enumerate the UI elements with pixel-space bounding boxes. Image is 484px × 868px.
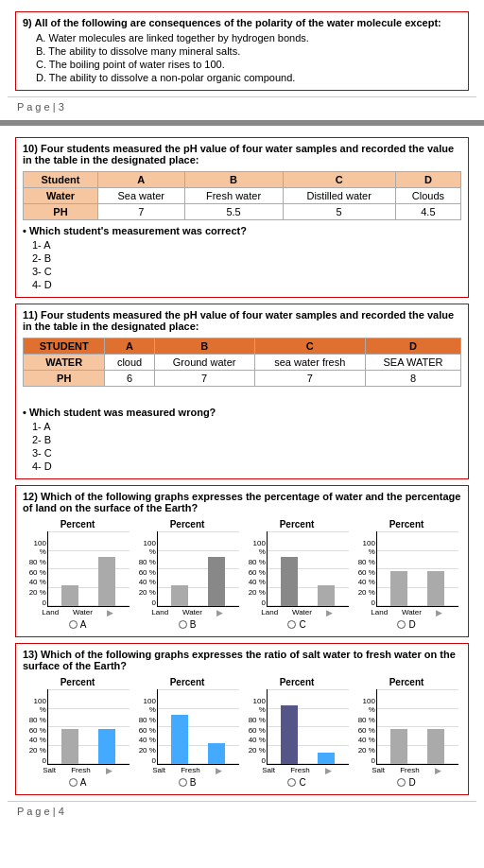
q13-chart-b-area xyxy=(157,689,239,765)
q9-question: All of the following are consequences of… xyxy=(34,17,441,28)
ph-b: 7 xyxy=(154,371,254,387)
q13-header: 13) Which of the following graphs expres… xyxy=(23,649,461,671)
page: 9) All of the following are consequences… xyxy=(0,0,484,825)
bar-salt xyxy=(171,715,188,764)
bar-salt xyxy=(390,729,407,764)
q13-chart-b-wrapper: Percent 100 % 80 % 60 % 40 % 20 % 0 xyxy=(135,677,239,788)
water-a: cloud xyxy=(105,355,154,371)
q13-chart-c-y: 100 % 80 % 60 % 40 % 20 % 0 xyxy=(245,697,266,765)
q9-header: 9) All of the following are consequences… xyxy=(23,17,461,28)
chart-a-option: A xyxy=(69,619,87,630)
bar-land xyxy=(171,585,188,606)
q13-chart-b-option: B xyxy=(179,777,197,788)
chart-b-option: B xyxy=(179,619,197,630)
q11-table: STUDENT A B C D WATER cloud Ground water… xyxy=(23,338,461,387)
chart-b-area xyxy=(157,531,239,607)
q13-question: Which of the following graphs expresses … xyxy=(23,649,456,671)
chart-b-x-labels: Land Water ▶ xyxy=(145,608,230,617)
chart-d-x-labels: Land Water ▶ xyxy=(364,608,449,617)
q13-chart-c-option: C xyxy=(287,777,305,788)
q13-chart-b-title: Percent xyxy=(170,677,205,687)
chart-d-wrapper: Percent 100 % 80 % 60 % 40 % 20 % 0 xyxy=(354,519,458,630)
opt-a-letter: A. xyxy=(36,32,45,43)
q11-label: 11) xyxy=(23,309,38,321)
table-row: PH 6 7 7 8 xyxy=(24,371,461,387)
th-b: B xyxy=(184,172,283,188)
q13-chart-b-x: Salt Fresh ▶ xyxy=(145,766,230,775)
question-12-section: 12) Which of the following graphs expres… xyxy=(15,485,469,637)
list-item: 1- A xyxy=(32,421,461,432)
ph-d: 4.5 xyxy=(395,204,460,220)
q9-label: 9) xyxy=(23,17,32,28)
q13-chart-b-y: 100 % 80 % 60 % 40 % 20 % 0 xyxy=(135,697,156,765)
q13-chart-c-area xyxy=(267,689,349,765)
bar-fresh xyxy=(208,743,225,764)
chart-a-area xyxy=(47,531,130,607)
question-10-section: 10) Four students measured the pH value … xyxy=(15,137,469,298)
q13-chart-d-option: D xyxy=(397,777,415,788)
water-b: Fresh water xyxy=(184,188,283,204)
ph-b: 5.5 xyxy=(184,204,283,220)
chart-b-title: Percent xyxy=(170,519,205,529)
table-header-row: Student A B C D xyxy=(24,172,461,188)
q13-chart-a-area xyxy=(47,689,130,765)
water-d: Clouds xyxy=(395,188,460,204)
list-item: A. Water molecules are linked together b… xyxy=(36,32,461,43)
q13-chart-d-y: 100 % 80 % 60 % 40 % 20 % 0 xyxy=(354,697,375,765)
q10-label: 10) xyxy=(23,143,38,154)
radio-q13-d[interactable] xyxy=(397,778,406,787)
q12-question: Which of the following graphs expresses … xyxy=(23,491,460,513)
q12-charts: Percent 100 % 80 % 60 % 40 % 20 % 0 xyxy=(23,519,461,630)
radio-q13-a[interactable] xyxy=(69,778,78,787)
list-item: B. The ability to dissolve many mineral … xyxy=(36,45,461,57)
list-item: 1- A xyxy=(32,239,461,251)
opt-b-letter: B. xyxy=(36,45,45,57)
chart-c-x-labels: Land Water ▶ xyxy=(254,608,339,617)
q10-which: • Which student's measurement was correc… xyxy=(23,225,461,236)
chart-d-option: D xyxy=(397,619,415,630)
chart-grid xyxy=(268,689,349,764)
q13-charts: Percent 100 % 80 % 60 % 40 % 20 % 0 xyxy=(23,677,461,788)
chart-grid xyxy=(158,689,239,764)
q13-chart-a-wrapper: Percent 100 % 80 % 60 % 40 % 20 % 0 xyxy=(26,677,130,788)
bar-salt xyxy=(281,705,298,764)
list-item: 4- D xyxy=(32,460,461,472)
list-item: D. The ability to dissolve a non-polar o… xyxy=(36,72,461,83)
water-d: SEA WATER xyxy=(365,355,460,371)
chart-grid xyxy=(48,689,130,764)
radio-q13-b[interactable] xyxy=(179,778,187,787)
bar-salt xyxy=(61,729,78,764)
option-q13-a-label: A xyxy=(80,777,87,788)
chart-grid xyxy=(377,689,458,764)
table-row: Water Sea water Fresh water Distilled wa… xyxy=(24,188,461,204)
opt-d-text: The ability to dissolve a non-polar orga… xyxy=(49,72,295,83)
q13-chart-c-x: Salt Fresh ▶ xyxy=(254,766,339,775)
chart-grid xyxy=(377,531,458,606)
radio-q13-c[interactable] xyxy=(287,778,296,787)
th-student: Student xyxy=(24,172,98,188)
q11-question: Four students measured the pH value of f… xyxy=(23,309,454,332)
chart-b-wrapper: Percent 100 % 80 % 60 % 40 % 20 % 0 xyxy=(135,519,239,630)
chart-c-option: C xyxy=(287,619,305,630)
q13-chart-a-x: Salt Fresh ▶ xyxy=(35,766,120,775)
ph-a: 7 xyxy=(97,204,184,220)
q13-chart-c-title: Percent xyxy=(280,677,315,687)
list-item: 3- C xyxy=(32,266,461,277)
chart-grid xyxy=(268,531,349,606)
bar-fresh xyxy=(318,753,335,764)
th-c: C xyxy=(283,172,395,188)
chart-grid xyxy=(48,531,130,606)
option-b-label: B xyxy=(190,619,197,630)
q11-header: 11) Four students measured the pH value … xyxy=(23,309,461,332)
th-d: D xyxy=(365,339,460,355)
radio-d[interactable] xyxy=(397,620,406,629)
opt-d-letter: D. xyxy=(36,72,46,83)
opt-c-text: The boiling point of water rises to 100. xyxy=(49,59,225,70)
radio-b[interactable] xyxy=(179,620,187,629)
option-d-label: D xyxy=(408,619,415,630)
q13-chart-c-wrapper: Percent 100 % 80 % 60 % 40 % 20 % 0 xyxy=(245,677,349,788)
radio-a[interactable] xyxy=(69,620,78,629)
option-q13-c-label: C xyxy=(299,777,305,788)
radio-c[interactable] xyxy=(287,620,296,629)
chart-d-title: Percent xyxy=(389,519,424,529)
